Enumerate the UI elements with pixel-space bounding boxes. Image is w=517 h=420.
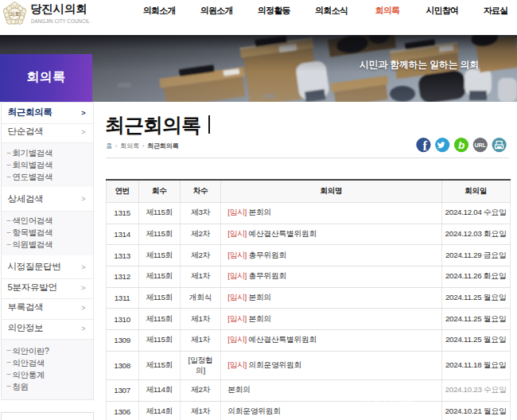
svg-text:b: b bbox=[458, 138, 465, 150]
svg-text:의회: 의회 bbox=[10, 11, 21, 18]
svg-text:URL: URL bbox=[474, 142, 486, 149]
svg-text:f: f bbox=[422, 138, 427, 153]
